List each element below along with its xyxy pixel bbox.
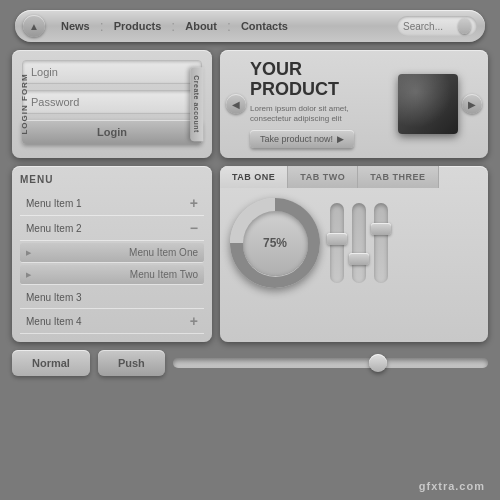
product-text: YOUR PRODUCT Lorem ipsum dolor sit amet,… bbox=[250, 60, 388, 148]
v-slider-2[interactable] bbox=[352, 203, 366, 283]
normal-button[interactable]: Normal bbox=[12, 350, 90, 376]
menu-item-2[interactable]: Menu Item 2 − bbox=[20, 216, 204, 241]
product-panel: ◀ ▶ YOUR PRODUCT Lorem ipsum dolor sit a… bbox=[220, 50, 488, 158]
tabs-content: 75% bbox=[220, 188, 488, 298]
nav-item-about[interactable]: About bbox=[179, 20, 223, 32]
navbar: ▲ News : Products : About : Contacts bbox=[15, 10, 485, 42]
menu-item-4-label: Menu Item 4 bbox=[26, 316, 82, 327]
nav-items: News : Products : About : Contacts bbox=[55, 18, 397, 34]
product-next-button[interactable]: ▶ bbox=[462, 94, 482, 114]
create-account-tab[interactable]: Create account bbox=[191, 67, 204, 141]
menu-subitem-2[interactable]: Menu Item Two bbox=[20, 265, 204, 285]
menu-item-1-icon: + bbox=[190, 196, 198, 210]
v-slider-3[interactable] bbox=[374, 203, 388, 283]
product-description: Lorem ipsum dolor sit amet, consectetur … bbox=[250, 104, 388, 125]
menu-panel: MENU Menu Item 1 + Menu Item 2 − Menu It… bbox=[12, 166, 212, 342]
up-arrow-icon: ▲ bbox=[29, 21, 39, 32]
menu-item-2-icon: − bbox=[190, 221, 198, 235]
tab-one-button[interactable]: TAB ONE bbox=[220, 166, 288, 188]
knob-value-label: 75% bbox=[263, 236, 287, 250]
menu-item-3[interactable]: Menu Item 3 bbox=[20, 287, 204, 309]
menu-item-1-label: Menu Item 1 bbox=[26, 198, 82, 209]
button-row: Normal Push bbox=[12, 350, 488, 376]
arrow-right-icon: ▶ bbox=[337, 134, 344, 144]
v-slider-2-thumb[interactable] bbox=[349, 253, 369, 265]
product-title: YOUR PRODUCT bbox=[250, 60, 388, 100]
menu-item-4-icon: + bbox=[190, 314, 198, 328]
menu-subitem-1-label: Menu Item One bbox=[129, 247, 198, 258]
nav-sep-3: : bbox=[227, 18, 231, 34]
product-cta-button[interactable]: Take product now! ▶ bbox=[250, 130, 354, 148]
bottom-row: MENU Menu Item 1 + Menu Item 2 − Menu It… bbox=[12, 166, 488, 342]
product-content: YOUR PRODUCT Lorem ipsum dolor sit amet,… bbox=[230, 60, 478, 148]
menu-title: MENU bbox=[20, 174, 204, 185]
product-image bbox=[398, 74, 458, 134]
vertical-sliders bbox=[330, 203, 388, 283]
left-arrow-icon: ◀ bbox=[232, 99, 240, 110]
menu-item-4[interactable]: Menu Item 4 + bbox=[20, 309, 204, 334]
knob-ring[interactable]: 75% bbox=[230, 198, 320, 288]
nav-up-button[interactable]: ▲ bbox=[23, 15, 45, 37]
horizontal-slider-thumb[interactable] bbox=[369, 354, 387, 372]
login-form-label: LOGIN FORM bbox=[20, 74, 29, 135]
knob-container: 75% bbox=[230, 198, 320, 288]
v-slider-1[interactable] bbox=[330, 203, 344, 283]
tab-two-button[interactable]: TAB TWO bbox=[288, 166, 358, 188]
tabs-panel: TAB ONE TAB TWO TAB THREE 75% bbox=[220, 166, 488, 342]
nav-item-news[interactable]: News bbox=[55, 20, 96, 32]
main-row: LOGIN FORM Login Create account ◀ ▶ YOUR… bbox=[12, 50, 488, 158]
nav-sep-2: : bbox=[171, 18, 175, 34]
nav-sep-1: : bbox=[100, 18, 104, 34]
product-prev-button[interactable]: ◀ bbox=[226, 94, 246, 114]
login-button[interactable]: Login bbox=[22, 120, 202, 144]
login-input[interactable] bbox=[22, 60, 202, 84]
search-box bbox=[397, 16, 477, 36]
menu-subitem-1[interactable]: Menu Item One bbox=[20, 243, 204, 263]
search-input[interactable] bbox=[403, 21, 458, 32]
horizontal-slider-container bbox=[173, 358, 488, 368]
password-input[interactable] bbox=[22, 90, 202, 114]
tabs-header: TAB ONE TAB TWO TAB THREE bbox=[220, 166, 488, 188]
menu-item-1[interactable]: Menu Item 1 + bbox=[20, 191, 204, 216]
knob-inner[interactable]: 75% bbox=[243, 211, 308, 276]
v-slider-3-thumb[interactable] bbox=[371, 223, 391, 235]
horizontal-slider[interactable] bbox=[173, 358, 488, 368]
v-slider-1-thumb[interactable] bbox=[327, 233, 347, 245]
tab-three-button[interactable]: TAB THREE bbox=[358, 166, 438, 188]
menu-subitem-2-label: Menu Item Two bbox=[130, 269, 198, 280]
login-panel: LOGIN FORM Login Create account bbox=[12, 50, 212, 158]
menu-item-2-label: Menu Item 2 bbox=[26, 223, 82, 234]
search-button[interactable] bbox=[458, 18, 471, 34]
nav-item-products[interactable]: Products bbox=[108, 20, 168, 32]
watermark: gfxtra.com bbox=[419, 480, 485, 492]
nav-item-contacts[interactable]: Contacts bbox=[235, 20, 294, 32]
push-button[interactable]: Push bbox=[98, 350, 165, 376]
menu-item-3-label: Menu Item 3 bbox=[26, 292, 82, 303]
right-arrow-icon: ▶ bbox=[468, 99, 476, 110]
